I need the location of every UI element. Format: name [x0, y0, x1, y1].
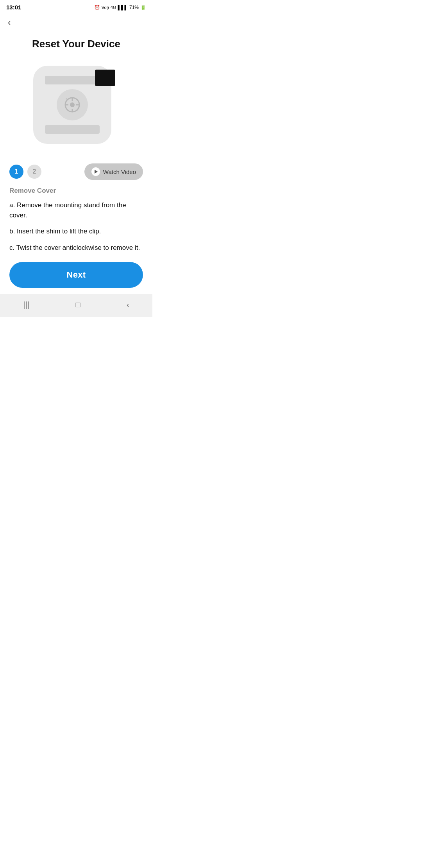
- back-button[interactable]: ‹: [6, 16, 12, 29]
- signal-icon: ▌▌▌: [118, 5, 128, 10]
- device-body: [33, 66, 111, 144]
- next-btn-area: Next: [0, 253, 152, 294]
- device-center-icon: [57, 89, 88, 120]
- status-time: 13:01: [6, 4, 21, 11]
- home-icon[interactable]: □: [68, 299, 88, 311]
- watch-video-button[interactable]: Watch Video: [84, 163, 143, 180]
- device-illustration: [33, 66, 119, 152]
- device-bar-bottom: [45, 125, 100, 134]
- battery-text: 71%: [129, 5, 139, 10]
- device-image-container: [0, 58, 152, 163]
- step-indicators: 1 2 Watch Video: [9, 163, 143, 180]
- recents-icon[interactable]: |||: [15, 299, 37, 311]
- instruction-a: a. Remove the mounting stand from the co…: [9, 200, 143, 220]
- back-icon: ‹: [8, 18, 11, 28]
- play-icon: [91, 167, 100, 176]
- nav-bar: ‹: [0, 13, 152, 34]
- svg-line-7: [77, 109, 78, 110]
- vol-icon: Vol): [102, 5, 109, 10]
- back-nav-icon[interactable]: ‹: [119, 299, 137, 311]
- device-bar-top: [45, 76, 100, 84]
- status-bar: 13:01 ⏰ Vol) 4G ▌▌▌ 71% 🔋: [0, 0, 152, 13]
- svg-point-1: [70, 102, 75, 107]
- step-dot-1[interactable]: 1: [9, 165, 23, 179]
- black-square-overlay: [95, 70, 115, 86]
- step-dot-2[interactable]: 2: [27, 165, 41, 179]
- play-triangle: [95, 170, 98, 174]
- battery-icon: 🔋: [140, 5, 146, 10]
- 4g-icon: 4G: [111, 5, 116, 10]
- svg-line-6: [66, 99, 67, 99]
- step-section-title: Remove Cover: [9, 187, 143, 195]
- instruction-b: b. Insert the shim to lift the clip.: [9, 226, 143, 237]
- steps-area: 1 2 Watch Video Remove Cover a. Remove t…: [0, 163, 152, 253]
- page-title: Reset Your Device: [0, 34, 152, 58]
- watch-video-label: Watch Video: [103, 169, 136, 175]
- alarm-icon: ⏰: [94, 5, 100, 10]
- next-button[interactable]: Next: [9, 262, 143, 288]
- reset-icon: [63, 95, 82, 114]
- status-icons: ⏰ Vol) 4G ▌▌▌ 71% 🔋: [94, 5, 146, 10]
- step-dots: 1 2: [9, 165, 41, 179]
- instruction-c: c. Twist the cover anticlockwise to remo…: [9, 243, 143, 253]
- bottom-nav: ||| □ ‹: [0, 294, 152, 317]
- step-instructions: a. Remove the mounting stand from the co…: [9, 200, 143, 253]
